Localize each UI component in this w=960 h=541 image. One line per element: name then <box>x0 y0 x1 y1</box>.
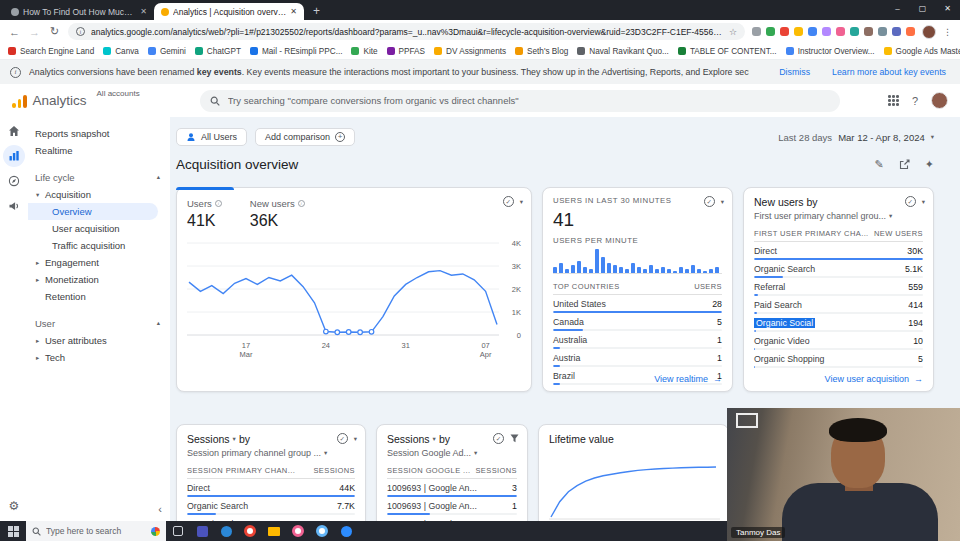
metric-selector[interactable]: Sessions <box>387 433 430 445</box>
sidebar-item-realtime[interactable]: Realtime <box>28 142 170 159</box>
help-icon[interactable]: ? <box>912 95 918 107</box>
chevron-down-icon[interactable]: ▾ <box>520 198 523 206</box>
insights-icon[interactable]: ✦ <box>925 158 934 171</box>
sidebar-item-monetization[interactable]: ▸Monetization <box>28 271 170 288</box>
data-quality-icon[interactable]: ✓ <box>337 433 348 444</box>
chevron-down-icon[interactable]: ▾ <box>721 198 724 206</box>
chevron-up-icon[interactable]: ▴ <box>157 173 160 181</box>
table-row[interactable]: 1009693 | Google An...3 <box>387 483 517 498</box>
extension-icon[interactable] <box>752 27 761 36</box>
back-icon[interactable]: ← <box>8 26 21 38</box>
table-row[interactable]: United States28 <box>553 299 722 314</box>
bookmark-item[interactable]: TABLE OF CONTENT... <box>678 47 777 56</box>
all-users-chip[interactable]: All Users <box>176 128 247 146</box>
taskbar-button[interactable] <box>214 521 238 541</box>
bookmark-item[interactable]: Gemini <box>148 47 186 56</box>
apps-grid-icon[interactable] <box>888 95 899 106</box>
account-scope[interactable]: All accounts <box>97 89 140 98</box>
forward-icon[interactable]: → <box>28 26 41 38</box>
taskbar-search[interactable]: Type here to search <box>26 521 166 541</box>
taskbar-button[interactable] <box>166 521 190 541</box>
address-bar[interactable]: i analytics.google.com/analytics/web/?pl… <box>68 23 745 40</box>
extension-icon[interactable] <box>808 27 817 36</box>
table-row[interactable]: Paid Search414 <box>754 300 923 315</box>
extension-icon[interactable] <box>850 27 859 36</box>
reload-icon[interactable]: ↻ <box>48 25 61 38</box>
chevron-down-icon[interactable]: ▾ <box>922 198 925 206</box>
search-input[interactable]: Try searching "compare conversions from … <box>200 90 840 112</box>
tab-new-users[interactable]: New usersi 36K <box>250 198 305 230</box>
table-row[interactable]: Austria1 <box>553 353 722 368</box>
dimension-selector[interactable]: First user primary channel grou...▾ <box>754 211 923 221</box>
bookmark-item[interactable]: Mail - REsimpli PPC... <box>250 47 343 56</box>
maximize-icon[interactable]: ▢ <box>910 0 935 16</box>
user-avatar[interactable] <box>931 92 948 109</box>
view-realtime-link[interactable]: View realtime→ <box>654 374 722 384</box>
chevron-down-icon[interactable]: ▾ <box>354 435 357 443</box>
data-quality-icon[interactable]: ✓ <box>905 196 916 207</box>
bookmark-item[interactable]: Search Engine Land <box>8 47 94 56</box>
nav-collapse-button[interactable]: ‹ <box>158 503 162 515</box>
metric-selector[interactable]: Sessions <box>187 433 230 445</box>
chevron-up-icon[interactable]: ▴ <box>157 319 160 327</box>
reports-icon[interactable] <box>3 145 25 167</box>
bookmark-item[interactable]: Seth's Blog <box>515 47 568 56</box>
extension-icon[interactable] <box>794 27 803 36</box>
sidebar-item-user-acquisition[interactable]: User acquisition <box>28 220 170 237</box>
table-row[interactable]: 1009693 | Google An...1 <box>387 501 517 516</box>
sidebar-item-overview[interactable]: Overview <box>28 203 158 220</box>
browser-menu-icon[interactable]: ⋮ <box>943 27 952 37</box>
home-icon[interactable] <box>3 120 25 142</box>
sidebar-item-engagement[interactable]: ▸Engagement <box>28 254 170 271</box>
learn-more-link[interactable]: Learn more about key events <box>832 67 946 77</box>
data-quality-icon[interactable]: ✓ <box>704 196 715 207</box>
taskbar-button[interactable] <box>286 521 310 541</box>
extension-icon[interactable] <box>836 27 845 36</box>
extension-icon[interactable] <box>766 27 775 36</box>
table-row[interactable]: Organic Search7.7K <box>187 501 355 516</box>
tab-close-icon[interactable]: ✕ <box>290 7 297 16</box>
table-row[interactable]: Direct30K <box>754 246 923 261</box>
explore-icon[interactable] <box>3 170 25 192</box>
table-row[interactable]: Canada5 <box>553 317 722 332</box>
table-row[interactable]: Organic Video10 <box>754 336 923 351</box>
site-info-icon[interactable]: i <box>76 27 85 36</box>
bookmark-item[interactable]: Google Ads Master... <box>884 47 960 56</box>
taskbar-button[interactable] <box>334 521 358 541</box>
sidebar-item-reports-snapshot[interactable]: Reports snapshot <box>28 125 170 142</box>
start-button[interactable] <box>0 521 26 541</box>
dismiss-button[interactable]: Dismiss <box>779 67 810 77</box>
data-quality-icon[interactable]: ✓ <box>503 196 514 207</box>
taskbar-button[interactable] <box>190 521 214 541</box>
taskbar-button[interactable] <box>262 521 286 541</box>
sidebar-item-acquisition[interactable]: ▾Acquisition <box>28 186 170 203</box>
table-row[interactable]: Organic Social194 <box>754 318 923 333</box>
add-comparison-chip[interactable]: Add comparison + <box>255 128 355 146</box>
extension-icon[interactable] <box>864 27 873 36</box>
extension-icon[interactable] <box>906 27 915 36</box>
dimension-selector[interactable]: Session Google Ad...▾ <box>387 448 517 458</box>
date-range-picker[interactable]: Last 28 days Mar 12 - Apr 8, 2024 ▾ <box>778 132 934 143</box>
bookmark-item[interactable]: Canva <box>103 47 139 56</box>
admin-gear-icon[interactable]: ⚙ <box>0 499 28 513</box>
sidebar-item-retention[interactable]: Retention <box>28 288 170 305</box>
bookmark-item[interactable]: Naval Ravikant Quo... <box>577 47 669 56</box>
new-tab-button[interactable]: + <box>313 2 320 20</box>
extension-icon[interactable] <box>780 27 789 36</box>
customize-report-icon[interactable]: ✎ <box>875 158 884 171</box>
minimize-icon[interactable]: – <box>885 0 910 16</box>
dimension-selector[interactable]: Session primary channel group ...▾ <box>187 448 355 458</box>
bookmark-item[interactable]: Kite <box>351 47 377 56</box>
sidebar-item-user-attributes[interactable]: ▸User attributes <box>28 332 170 349</box>
browser-tab-1[interactable]: How To Find Out How Much T... ✕ <box>4 3 154 20</box>
filter-icon[interactable] <box>510 434 519 443</box>
sidebar-item-traffic-acquisition[interactable]: Traffic acquisition <box>28 237 170 254</box>
taskbar-button[interactable] <box>310 521 334 541</box>
browser-tab-2[interactable]: Analytics | Acquisition overview ✕ <box>154 3 304 20</box>
share-icon[interactable] <box>899 159 910 170</box>
bookmark-star-icon[interactable]: ☆ <box>729 27 737 37</box>
view-user-acquisition-link[interactable]: View user acquisition→ <box>825 374 923 384</box>
close-icon[interactable]: ✕ <box>935 0 960 16</box>
table-row[interactable]: Australia1 <box>553 335 722 350</box>
tab-close-icon[interactable]: ✕ <box>140 7 147 16</box>
